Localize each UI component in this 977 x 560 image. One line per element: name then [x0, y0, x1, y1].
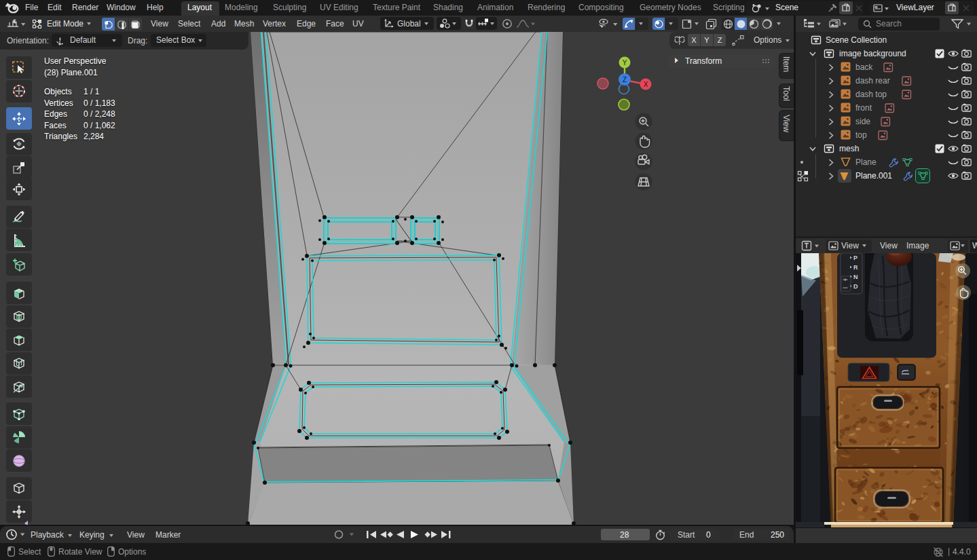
svg-text:R: R [853, 264, 858, 271]
svg-text:Z: Z [623, 76, 627, 83]
svg-text:P: P [853, 255, 858, 261]
svg-text:N: N [853, 274, 858, 280]
svg-text:D: D [853, 283, 858, 290]
svg-text:X: X [644, 81, 648, 88]
svg-text:Y: Y [623, 59, 627, 67]
